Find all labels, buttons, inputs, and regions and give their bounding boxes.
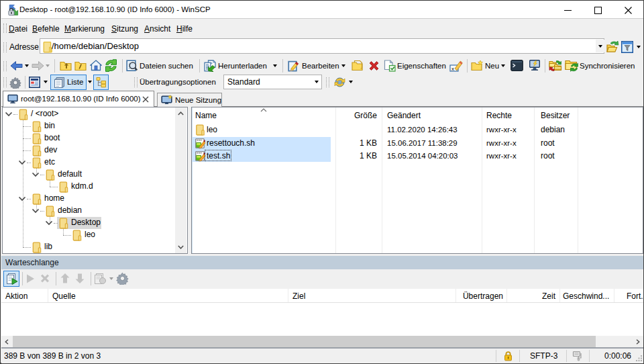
svg-text:x: x — [451, 66, 454, 72]
